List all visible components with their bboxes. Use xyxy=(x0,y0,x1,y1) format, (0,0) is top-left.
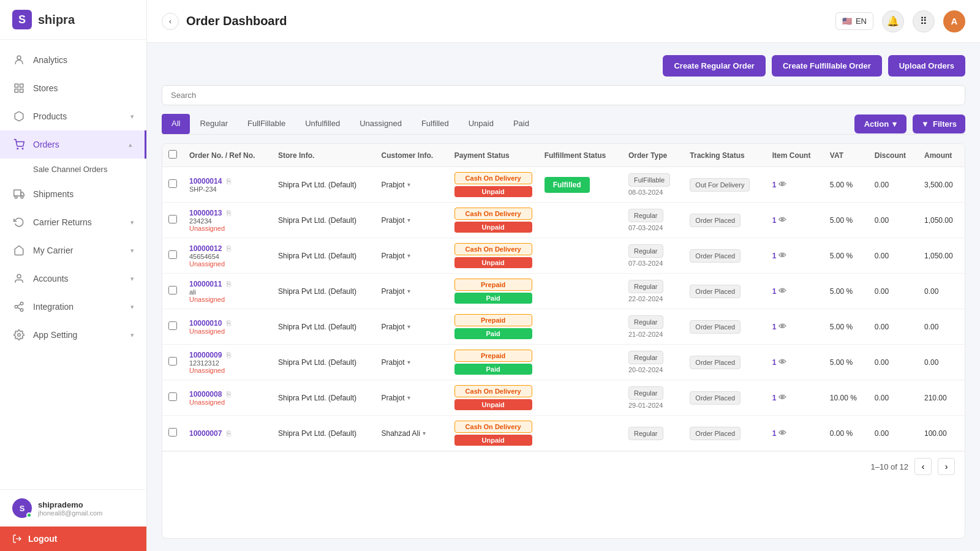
sidebar-item-my-carrier[interactable]: My Carrier ▾ xyxy=(0,236,146,264)
copy-icon[interactable]: ⎘ xyxy=(227,429,231,438)
eye-icon[interactable]: 👁 xyxy=(778,322,786,331)
customer-dropdown-caret[interactable]: ▾ xyxy=(407,288,410,294)
customer-dropdown-caret[interactable]: ▾ xyxy=(407,252,410,259)
item-count-link[interactable]: 1 xyxy=(772,252,777,260)
customer-dropdown-caret[interactable]: ▾ xyxy=(407,394,410,401)
user-name: shiprademo xyxy=(38,500,134,509)
row-checkbox[interactable] xyxy=(168,428,177,437)
payment-method-badge: Cash On Delivery xyxy=(454,172,532,184)
tab-fulfilled[interactable]: Fulfilled xyxy=(412,114,459,134)
eye-icon[interactable]: 👁 xyxy=(778,393,786,402)
sidebar-item-carrier-returns[interactable]: Carrier Returns ▾ xyxy=(0,208,146,236)
sidebar-collapse-button[interactable]: ‹ xyxy=(162,13,179,30)
order-link[interactable]: 10000012 xyxy=(189,244,222,253)
sidebar-subitem-sale-channel-orders[interactable]: Sale Channel Orders xyxy=(0,159,146,180)
ref-no: 45654654 xyxy=(189,253,266,260)
copy-icon[interactable]: ⎘ xyxy=(227,280,231,288)
order-link[interactable]: 10000013 xyxy=(189,209,222,217)
copy-icon[interactable]: ⎘ xyxy=(227,319,231,328)
pagination-next-button[interactable]: › xyxy=(938,458,955,475)
copy-icon[interactable]: ⎘ xyxy=(227,209,231,217)
action-dropdown-button[interactable]: Action ▾ xyxy=(854,114,907,133)
row-checkbox[interactable] xyxy=(168,357,177,365)
order-type-cell: Regular xyxy=(622,416,684,451)
tab-unpaid[interactable]: Unpaid xyxy=(459,114,503,134)
sidebar-item-stores[interactable]: Stores xyxy=(0,74,146,102)
order-link[interactable]: 10000010 xyxy=(189,319,222,328)
item-count-link[interactable]: 1 xyxy=(772,323,777,331)
row-checkbox[interactable] xyxy=(168,321,177,330)
upload-orders-button[interactable]: Upload Orders xyxy=(888,55,965,77)
order-link[interactable]: 10000007 xyxy=(189,429,222,438)
chevron-down-icon: ▾ xyxy=(130,219,134,227)
order-type-badge: Regular xyxy=(628,244,663,258)
vat-cell: 5.00 % xyxy=(824,238,869,274)
svg-line-14 xyxy=(17,307,20,309)
item-count-link[interactable]: 1 xyxy=(772,358,777,367)
box-icon xyxy=(12,110,26,123)
order-link[interactable]: 10000008 xyxy=(189,390,222,399)
store-info-cell: Shipra Pvt Ltd. (Default) xyxy=(272,274,375,309)
customer-dropdown-caret[interactable]: ▾ xyxy=(407,323,410,330)
eye-icon[interactable]: 👁 xyxy=(778,180,786,189)
eye-icon[interactable]: 👁 xyxy=(778,358,786,367)
store-info-cell: Shipra Pvt Ltd. (Default) xyxy=(272,203,375,238)
pagination: 1–10 of 12 ‹ › xyxy=(162,451,965,481)
logout-button[interactable]: Logout xyxy=(0,527,146,551)
sidebar-item-accounts[interactable]: Accounts ▾ xyxy=(0,264,146,293)
vat-cell: 0.00 % xyxy=(824,416,869,451)
tab-unfulfilled[interactable]: Unfulfilled xyxy=(295,114,350,134)
tab-unassigned[interactable]: Unassigned xyxy=(350,114,412,134)
row-checkbox[interactable] xyxy=(168,250,177,259)
tab-all[interactable]: All xyxy=(162,114,190,134)
item-count-link[interactable]: 1 xyxy=(772,429,777,438)
eye-icon[interactable]: 👁 xyxy=(778,216,786,225)
row-checkbox[interactable] xyxy=(168,215,177,223)
sidebar-item-app-setting[interactable]: App Setting ▾ xyxy=(0,321,146,349)
item-count-link[interactable]: 1 xyxy=(772,287,777,296)
sidebar-item-shipments[interactable]: Shipments xyxy=(0,180,146,208)
tab-paid[interactable]: Paid xyxy=(503,114,539,134)
apps-button[interactable]: ⠿ xyxy=(913,10,935,32)
eye-icon[interactable]: 👁 xyxy=(778,429,786,438)
item-count-link[interactable]: 1 xyxy=(772,394,777,402)
filter-icon: ▼ xyxy=(921,119,929,129)
copy-icon[interactable]: ⎘ xyxy=(227,390,231,399)
action-bar: Create Regular Order Create Fulfillable … xyxy=(162,55,965,77)
language-button[interactable]: 🇺🇸 EN xyxy=(835,12,873,30)
sidebar-item-stores-label: Stores xyxy=(33,83,134,93)
sidebar-item-analytics[interactable]: Analytics xyxy=(0,46,146,74)
row-checkbox[interactable] xyxy=(168,179,177,188)
customer-dropdown-caret[interactable]: ▾ xyxy=(423,430,426,437)
sidebar-item-products[interactable]: Products ▾ xyxy=(0,102,146,130)
customer-dropdown-caret[interactable]: ▾ xyxy=(407,217,410,223)
eye-icon[interactable]: 👁 xyxy=(778,251,786,260)
copy-icon[interactable]: ⎘ xyxy=(227,244,231,253)
notification-button[interactable]: 🔔 xyxy=(882,10,904,32)
eye-icon[interactable]: 👁 xyxy=(778,287,786,296)
item-count-link[interactable]: 1 xyxy=(772,216,777,225)
sidebar-item-integration-label: Integration xyxy=(33,302,123,312)
user-avatar-header[interactable]: A xyxy=(943,10,965,32)
row-checkbox[interactable] xyxy=(168,392,177,401)
order-link[interactable]: 10000011 xyxy=(189,280,222,288)
sidebar-item-orders[interactable]: Orders ▴ xyxy=(0,130,146,159)
select-all-checkbox[interactable] xyxy=(168,150,177,159)
row-checkbox[interactable] xyxy=(168,286,177,294)
customer-dropdown-caret[interactable]: ▾ xyxy=(407,181,410,188)
create-fulfillable-order-button[interactable]: Create Fulfillable Order xyxy=(772,55,882,77)
customer-dropdown-caret[interactable]: ▾ xyxy=(407,359,410,365)
filter-button[interactable]: ▼ Filters xyxy=(913,114,965,133)
copy-icon[interactable]: ⎘ xyxy=(227,351,231,359)
order-link[interactable]: 10000014 xyxy=(189,177,222,186)
sidebar-item-integration[interactable]: Integration ▾ xyxy=(0,293,146,321)
item-count-link[interactable]: 1 xyxy=(772,181,777,189)
tab-fullfillable[interactable]: FullFillable xyxy=(238,114,295,134)
tab-regular[interactable]: Regular xyxy=(190,114,238,134)
copy-icon[interactable]: ⎘ xyxy=(227,177,231,186)
create-regular-order-button[interactable]: Create Regular Order xyxy=(663,55,766,77)
ref-no: SHP-234 xyxy=(189,186,266,193)
order-link[interactable]: 10000009 xyxy=(189,351,222,359)
pagination-prev-button[interactable]: ‹ xyxy=(914,458,932,475)
search-input[interactable] xyxy=(162,85,965,105)
